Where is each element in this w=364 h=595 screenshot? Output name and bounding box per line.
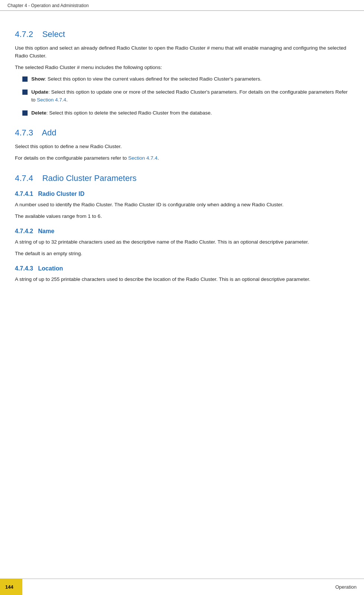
- bullet-delete-body: : Select this option to delete the selec…: [47, 110, 212, 116]
- subsection-4742: 4.7.4.2 Name A string of up to 32 printa…: [15, 228, 349, 258]
- page-header: Chapter 4 - Operation and Administration: [0, 0, 364, 11]
- section-472-title: Select: [42, 29, 65, 39]
- section-474-title: Radio Cluster Parameters: [42, 173, 136, 183]
- bullet-update-body: : Select this option to update one or mo…: [31, 89, 348, 103]
- subsection-4741-number: 4.7.4.1: [15, 191, 33, 197]
- section-474-number: 4.7.4: [15, 173, 33, 183]
- bullet-update-after: .: [66, 97, 68, 103]
- subsection-4741-title: Radio Cluster ID: [38, 191, 84, 197]
- section-472: 4.7.2 Select Use this option and select …: [15, 29, 349, 117]
- bullet-update-term: Update: [31, 89, 48, 95]
- section-472-bullets: Show: Select this option to view the cur…: [22, 75, 349, 117]
- main-content: 4.7.2 Select Use this option and select …: [0, 11, 364, 317]
- subsection-4743: 4.7.4.3 Location A string of up to 255 p…: [15, 265, 349, 284]
- subsection-4742-number: 4.7.4.2: [15, 228, 33, 234]
- bullet-icon-delete: [22, 110, 28, 116]
- section-472-intro1: Use this option and select an already de…: [15, 44, 349, 60]
- bullet-delete: Delete: Select this option to delete the…: [22, 109, 349, 117]
- subsection-4743-title: Location: [38, 265, 63, 272]
- update-link[interactable]: Section 4.7.4: [37, 97, 66, 103]
- page-footer: 144 Operation: [0, 579, 364, 595]
- bullet-show-term: Show: [31, 76, 45, 82]
- subsection-4741-para1: A number used to identify the Radio Clus…: [15, 201, 349, 209]
- footer-page-number: 144: [0, 579, 22, 595]
- bullet-show: Show: Select this option to view the cur…: [22, 75, 349, 83]
- section-472-intro2: The selected Radio Cluster # menu includ…: [15, 64, 349, 72]
- subsection-4743-para1: A string of up to 255 printable characte…: [15, 276, 349, 284]
- section-473: 4.7.3 Add Select this option to define a…: [15, 128, 349, 162]
- section-473-para2-after: .: [158, 155, 159, 161]
- bullet-show-body: : Select this option to view the current…: [45, 76, 262, 82]
- section-473-para2-before: For details on the configurable paramete…: [15, 155, 128, 161]
- section-474: 4.7.4 Radio Cluster Parameters 4.7.4.1 R…: [15, 173, 349, 284]
- section-473-number: 4.7.3: [15, 128, 33, 137]
- subsection-4743-heading: 4.7.4.3 Location: [15, 265, 349, 272]
- bullet-icon-update: [22, 90, 28, 95]
- section-473-para1: Select this option to define a new Radio…: [15, 143, 349, 151]
- section-472-heading: 4.7.2 Select: [15, 29, 349, 39]
- subsection-4742-para2: The default is an empty string.: [15, 250, 349, 258]
- subsection-4743-number: 4.7.4.3: [15, 265, 33, 272]
- bullet-icon-show: [22, 76, 28, 82]
- section-473-title: Add: [42, 128, 56, 137]
- subsection-4741-heading: 4.7.4.1 Radio Cluster ID: [15, 191, 349, 197]
- bullet-update-text: Update: Select this option to update one…: [31, 88, 349, 104]
- chapter-title: Chapter 4 - Operation and Administration: [7, 3, 89, 8]
- section-472-number: 4.7.2: [15, 29, 33, 39]
- section-473-heading: 4.7.3 Add: [15, 128, 349, 138]
- subsection-4742-para1: A string of up to 32 printable character…: [15, 238, 349, 246]
- subsection-4742-heading: 4.7.4.2 Name: [15, 228, 349, 235]
- section-474-heading: 4.7.4 Radio Cluster Parameters: [15, 173, 349, 183]
- bullet-update: Update: Select this option to update one…: [22, 88, 349, 104]
- bullet-delete-term: Delete: [31, 110, 47, 116]
- section-473-para2: For details on the configurable paramete…: [15, 154, 349, 162]
- bullet-delete-text: Delete: Select this option to delete the…: [31, 109, 349, 117]
- subsection-4741: 4.7.4.1 Radio Cluster ID A number used t…: [15, 191, 349, 220]
- footer-right-text: Operation: [22, 584, 364, 590]
- section-473-link[interactable]: Section 4.7.4: [128, 155, 158, 161]
- subsection-4742-title: Name: [38, 228, 54, 234]
- bullet-show-text: Show: Select this option to view the cur…: [31, 75, 349, 83]
- subsection-4741-para2: The available values range from 1 to 6.: [15, 213, 349, 220]
